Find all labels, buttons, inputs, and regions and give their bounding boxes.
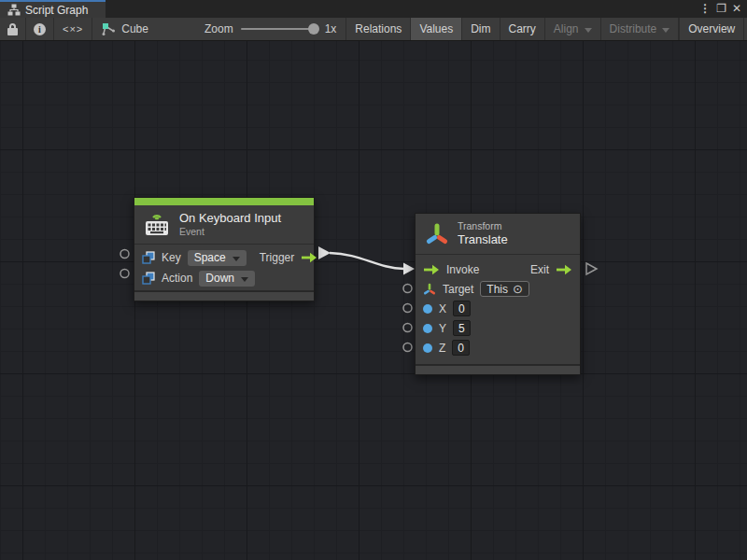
toolbar-button-distribute[interactable]: Distribute xyxy=(601,18,680,40)
port-key-input[interactable] xyxy=(120,250,129,259)
enum-icon xyxy=(142,272,155,285)
node-subtitle: Event xyxy=(179,226,281,238)
wire-arrowhead-icon xyxy=(403,263,415,275)
toolbar-button-carry[interactable]: Carry xyxy=(500,18,545,40)
key-dropdown[interactable]: Space xyxy=(188,250,247,266)
button-label: Dim xyxy=(471,22,490,35)
toolbar-button-values[interactable]: Values xyxy=(411,18,462,40)
window-close-icon[interactable]: ✕ xyxy=(732,0,741,18)
button-label: Carry xyxy=(509,22,536,35)
action-dropdown[interactable]: Down xyxy=(199,271,255,287)
node-footer xyxy=(416,364,580,374)
key-port-label: Key xyxy=(162,251,181,264)
graph-toolbar: i <×> Cube Zoom 1x Relations Values Dim … xyxy=(0,18,747,41)
window-maximize-icon[interactable]: ❐ xyxy=(716,0,726,18)
toolbar-flex-space: Zoom 1x xyxy=(158,18,345,40)
port-z-input[interactable] xyxy=(403,343,412,352)
target-port-label: Target xyxy=(443,283,473,296)
z-port-label: Z xyxy=(439,342,445,355)
tab-script-graph[interactable]: Script Graph xyxy=(0,0,106,18)
row-z: Z 0 xyxy=(416,338,580,357)
row-target: Target This ⊙ xyxy=(416,279,580,299)
breadcrumb-label: Cube xyxy=(121,22,148,35)
node-on-keyboard-input[interactable]: On Keyboard Input Event Key Space Trig xyxy=(134,197,315,301)
port-exit-output[interactable] xyxy=(586,263,597,274)
key-dropdown-value: Space xyxy=(194,251,226,265)
wire-layer xyxy=(0,41,747,560)
lock-icon xyxy=(7,23,18,35)
toolbar-button-dim[interactable]: Dim xyxy=(462,18,500,40)
keyboard-icon xyxy=(143,212,171,237)
window-tab-bar: Script Graph ⋮ ❐ ✕ xyxy=(0,0,747,18)
toolbar-button-overview[interactable]: Overview xyxy=(680,18,744,40)
wire-trigger-to-invoke[interactable] xyxy=(330,253,404,269)
node-footer xyxy=(134,290,314,301)
invoke-arrow-icon xyxy=(423,264,440,275)
port-y-input[interactable] xyxy=(403,324,412,332)
event-accent-strip xyxy=(134,198,314,205)
port-action-input[interactable] xyxy=(120,270,129,278)
target-this-button[interactable]: This ⊙ xyxy=(480,281,529,297)
row-action: Action Down xyxy=(134,268,314,288)
exit-port-label: Exit xyxy=(530,263,549,276)
graph-hierarchy-icon xyxy=(7,4,21,16)
row-x: X 0 xyxy=(416,299,580,318)
y-value-input[interactable]: 5 xyxy=(453,320,471,336)
tab-title: Script Graph xyxy=(25,4,88,17)
chevron-down-icon xyxy=(233,257,240,261)
scene-reference-icon: ⊙ xyxy=(513,282,523,296)
button-label: Align xyxy=(554,22,579,35)
transform-gizmo-small-icon xyxy=(423,283,436,296)
action-dropdown-value: Down xyxy=(205,272,234,286)
float-port-icon xyxy=(423,343,432,353)
zoom-slider-handle[interactable] xyxy=(308,23,319,35)
port-x-input[interactable] xyxy=(403,304,412,313)
chevron-down-icon xyxy=(662,28,669,33)
invoke-port-label: Invoke xyxy=(446,263,479,276)
tab-bar-spacer xyxy=(106,0,699,18)
row-key: Key Space Trigger xyxy=(134,247,314,268)
window-menu-icon[interactable]: ⋮ xyxy=(699,0,711,18)
target-value: This xyxy=(486,283,508,296)
button-label: Values xyxy=(419,22,453,35)
enum-icon xyxy=(142,251,155,264)
x-port-label: X xyxy=(439,302,446,315)
port-trigger-output[interactable] xyxy=(318,246,331,259)
x-value-input[interactable]: 0 xyxy=(453,301,471,316)
button-label: Distribute xyxy=(610,22,657,35)
node-category: Transform xyxy=(458,220,508,232)
y-port-label: Y xyxy=(439,322,446,335)
row-invoke: Invoke Exit xyxy=(416,259,580,279)
button-label: Overview xyxy=(688,22,735,35)
float-port-icon xyxy=(423,324,432,333)
graph-node-icon xyxy=(102,22,116,36)
node-title: On Keyboard Input xyxy=(179,211,281,226)
edit-source-button[interactable]: <×> xyxy=(54,18,92,40)
node-title: Translate xyxy=(458,232,508,247)
trigger-arrow-icon xyxy=(301,252,317,263)
chevron-down-icon xyxy=(585,28,592,33)
node-header[interactable]: On Keyboard Input Event xyxy=(134,205,314,244)
toolbar-button-align[interactable]: Align xyxy=(545,18,601,40)
button-label: Relations xyxy=(355,22,402,35)
info-icon: i xyxy=(34,23,46,35)
z-value-input[interactable]: 0 xyxy=(452,340,470,356)
transform-gizmo-icon xyxy=(425,222,449,246)
graph-breadcrumb[interactable]: Cube xyxy=(92,18,158,40)
zoom-value: 1x xyxy=(325,22,337,35)
trigger-port-label: Trigger xyxy=(260,251,295,264)
port-target-input[interactable] xyxy=(403,285,412,293)
row-y: Y 5 xyxy=(416,318,580,338)
node-translate[interactable]: Transform Translate Invoke Exit xyxy=(415,213,581,375)
action-port-label: Action xyxy=(162,272,192,285)
lock-button[interactable] xyxy=(0,18,26,40)
info-button[interactable]: i xyxy=(26,18,54,40)
node-header[interactable]: Transform Translate xyxy=(416,214,580,254)
toolbar-button-relations[interactable]: Relations xyxy=(345,18,411,40)
exit-arrow-icon xyxy=(556,264,572,275)
zoom-slider[interactable] xyxy=(241,28,317,30)
zoom-label: Zoom xyxy=(204,22,233,35)
float-port-icon xyxy=(423,304,432,314)
code-icon: <×> xyxy=(63,23,83,35)
graph-canvas[interactable]: On Keyboard Input Event Key Space Trig xyxy=(0,41,747,560)
